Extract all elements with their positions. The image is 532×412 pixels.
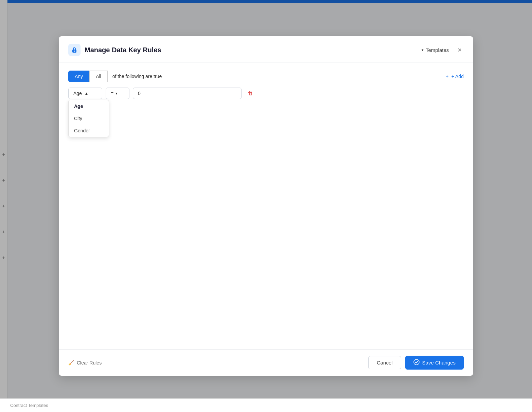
chevron-up-icon: ▲ bbox=[85, 91, 88, 95]
modal-header-right: ▾ Templates × bbox=[422, 46, 464, 54]
modal-body: Any All of the following are true ＋ + Ad… bbox=[59, 62, 473, 349]
trash-icon: 🗑 bbox=[248, 90, 253, 96]
all-toggle-button[interactable]: All bbox=[89, 71, 108, 82]
add-rule-button[interactable]: ＋ + Add bbox=[445, 73, 464, 79]
dropdown-item-age[interactable]: Age bbox=[69, 100, 109, 112]
any-toggle-button[interactable]: Any bbox=[68, 71, 89, 82]
templates-button[interactable]: ▾ Templates bbox=[422, 47, 449, 53]
cancel-button[interactable]: Cancel bbox=[368, 356, 401, 369]
modal-title: Manage Data Key Rules bbox=[85, 46, 161, 54]
operator-chevron-icon: ▾ bbox=[116, 91, 118, 96]
modal-title-group: Manage Data Key Rules bbox=[68, 44, 161, 56]
filter-bar: Any All of the following are true ＋ + Ad… bbox=[68, 71, 464, 82]
field-label: Age bbox=[73, 91, 82, 96]
field-selector: Age ▲ Age City Gender bbox=[68, 88, 102, 99]
add-label: + Add bbox=[451, 74, 464, 79]
bottom-bar: Contract Templates bbox=[0, 398, 532, 412]
footer-right: Cancel Save Changes bbox=[368, 356, 464, 370]
lock-icon-wrapper bbox=[68, 44, 81, 56]
modal-header: Manage Data Key Rules ▾ Templates × bbox=[59, 36, 473, 62]
delete-rule-button[interactable]: 🗑 bbox=[245, 89, 256, 98]
close-icon: × bbox=[458, 46, 462, 54]
operator-label: = bbox=[111, 91, 113, 96]
add-icon: ＋ bbox=[445, 73, 449, 79]
dropdown-item-city[interactable]: City bbox=[69, 112, 109, 125]
svg-point-1 bbox=[74, 51, 75, 52]
clear-rules-button[interactable]: 🧹 Clear Rules bbox=[68, 360, 102, 366]
operator-dropdown-button[interactable]: = ▾ bbox=[106, 88, 129, 99]
check-circle-icon bbox=[413, 359, 420, 366]
svg-point-2 bbox=[414, 359, 419, 365]
save-changes-button[interactable]: Save Changes bbox=[405, 356, 464, 370]
manage-data-key-rules-modal: Manage Data Key Rules ▾ Templates × Any … bbox=[59, 36, 473, 376]
filter-suffix-label: of the following are true bbox=[112, 74, 162, 79]
bottom-text: Contract Templates bbox=[10, 403, 48, 408]
save-changes-label: Save Changes bbox=[422, 360, 456, 366]
close-button[interactable]: × bbox=[456, 46, 464, 54]
rule-row: Age ▲ Age City Gender = ▾ bbox=[68, 88, 464, 99]
chevron-down-icon: ▾ bbox=[422, 48, 424, 52]
field-dropdown-button[interactable]: Age ▲ bbox=[68, 88, 102, 99]
dropdown-item-gender[interactable]: Gender bbox=[69, 125, 109, 137]
rule-value-input[interactable] bbox=[133, 88, 242, 99]
modal-overlay: Manage Data Key Rules ▾ Templates × Any … bbox=[0, 0, 532, 412]
broom-icon: 🧹 bbox=[68, 360, 74, 366]
field-dropdown-menu: Age City Gender bbox=[68, 100, 109, 137]
lock-icon bbox=[71, 46, 78, 53]
templates-label: Templates bbox=[426, 47, 449, 53]
modal-footer: 🧹 Clear Rules Cancel Save Changes bbox=[59, 349, 473, 376]
clear-rules-label: Clear Rules bbox=[77, 360, 102, 366]
filter-bar-left: Any All of the following are true bbox=[68, 71, 162, 82]
